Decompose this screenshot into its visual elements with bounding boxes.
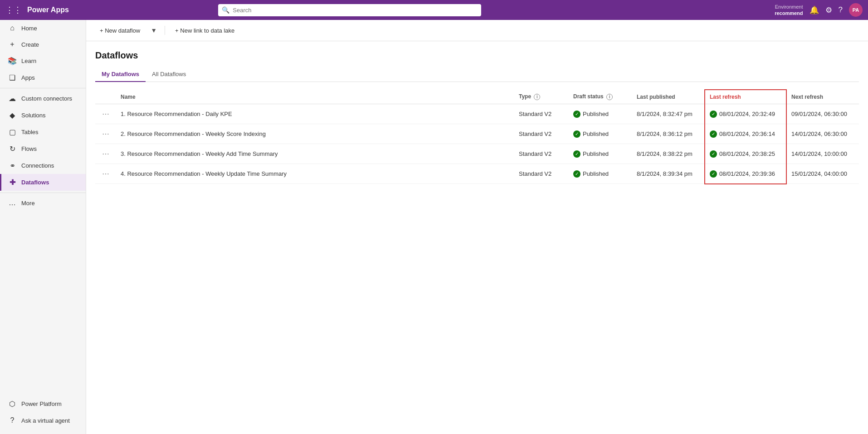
sidebar: ⌂ Home + Create 📚 Learn ❏ Apps ☁ Custom …	[0, 20, 86, 434]
next-refresh-value: 14/01/2024, 10:00:00	[791, 150, 847, 157]
row-menu-button[interactable]: ⋯	[100, 129, 112, 139]
sidebar-label-learn: Learn	[21, 58, 36, 64]
sidebar-label-solutions: Solutions	[21, 112, 45, 119]
sidebar-label-dataflows: Dataflows	[21, 179, 49, 186]
row-name-cell: 2. Resource Recommendation - Weekly Scor…	[116, 124, 514, 144]
next-refresh-value: 14/01/2024, 06:30:00	[791, 130, 847, 137]
last-refresh-badge: ✓ 08/01/2024, 20:38:25	[710, 150, 775, 158]
more-icon: …	[8, 199, 17, 207]
sidebar-item-connections[interactable]: ⚭ Connections	[0, 157, 86, 174]
search-input[interactable]	[218, 4, 481, 16]
tabs-container: My Dataflows All Dataflows	[95, 67, 859, 82]
body: ⌂ Home + Create 📚 Learn ❏ Apps ☁ Custom …	[0, 20, 868, 434]
avatar[interactable]: PA	[849, 3, 863, 17]
sidebar-item-apps[interactable]: ❏ Apps	[0, 69, 86, 86]
app-logo: Power Apps	[27, 6, 69, 14]
row-last-published-cell: 8/1/2024, 8:32:47 pm	[632, 104, 705, 124]
next-refresh-value: 15/01/2024, 04:00:00	[791, 170, 847, 177]
new-dataflow-label: + New dataflow	[100, 27, 140, 34]
draft-status-badge: ✓ Published	[573, 170, 609, 178]
row-last-refresh-cell: ✓ 08/01/2024, 20:39:36	[705, 164, 786, 184]
content-area: Dataflows My Dataflows All Dataflows Nam…	[86, 41, 868, 434]
row-name: 1. Resource Recommendation - Daily KPE	[121, 111, 232, 117]
table-header-row: Name Type i Draft status i Last publishe…	[95, 90, 859, 104]
row-type: Standard V2	[519, 170, 551, 177]
row-last-refresh-cell: ✓ 08/01/2024, 20:38:25	[705, 144, 786, 164]
sidebar-divider-2	[0, 193, 86, 193]
tab-my-dataflows[interactable]: My Dataflows	[95, 67, 146, 82]
sidebar-item-learn[interactable]: 📚 Learn	[0, 53, 86, 69]
draft-status-text: Published	[583, 130, 609, 137]
sidebar-item-home[interactable]: ⌂ Home	[0, 20, 86, 36]
sidebar-label-flows: Flows	[21, 145, 37, 152]
refresh-check-icon: ✓	[710, 170, 717, 178]
col-header-type: Type i	[514, 90, 569, 104]
row-next-refresh-cell: 09/01/2024, 06:30:00	[786, 104, 859, 124]
sidebar-item-tables[interactable]: ▢ Tables	[0, 124, 86, 140]
col-header-menu	[95, 90, 116, 104]
power-platform-icon: ⬡	[8, 400, 17, 408]
sidebar-item-custom-connectors[interactable]: ☁ Custom connectors	[0, 90, 86, 107]
col-header-last-published: Last published	[632, 90, 705, 104]
row-name-cell: 3. Resource Recommendation - Weekly Add …	[116, 144, 514, 164]
learn-icon: 📚	[8, 57, 17, 65]
row-menu-cell: ⋯	[95, 124, 116, 144]
draft-status-badge: ✓ Published	[573, 150, 609, 158]
refresh-check-icon: ✓	[710, 130, 717, 138]
sidebar-item-dataflows[interactable]: ✚ Dataflows	[0, 174, 86, 191]
draft-status-text: Published	[583, 170, 609, 177]
last-refresh-value: 08/01/2024, 20:36:14	[719, 130, 775, 137]
settings-button[interactable]: ⚙	[825, 5, 832, 15]
sidebar-label-create: Create	[21, 41, 39, 48]
sidebar-item-power-platform[interactable]: ⬡ Power Platform	[0, 395, 86, 412]
sidebar-item-ask-agent[interactable]: ? Ask a virtual agent	[0, 412, 86, 429]
sidebar-item-more[interactable]: … More	[0, 195, 86, 211]
grid-icon[interactable]: ⋮⋮	[5, 5, 22, 15]
draft-status-badge: ✓ Published	[573, 111, 609, 118]
status-check-icon: ✓	[573, 170, 580, 178]
type-info-icon[interactable]: i	[534, 94, 540, 100]
sidebar-item-flows[interactable]: ↻ Flows	[0, 140, 86, 157]
create-icon: +	[8, 40, 17, 48]
topbar: ⋮⋮ Power Apps 🔍 Environment recommend 🔔 …	[0, 0, 868, 20]
row-menu-button[interactable]: ⋯	[100, 169, 112, 179]
draft-status-text: Published	[583, 150, 609, 157]
toolbar-separator	[165, 26, 165, 35]
sidebar-label-ask-agent: Ask a virtual agent	[21, 417, 70, 424]
refresh-check-icon: ✓	[710, 150, 717, 158]
new-dataflow-dropdown-button[interactable]: ▼	[148, 24, 159, 36]
next-refresh-value: 09/01/2024, 06:30:00	[791, 111, 847, 117]
sidebar-label-home: Home	[21, 25, 37, 32]
col-header-name[interactable]: Name	[116, 90, 514, 104]
new-dataflow-button[interactable]: + New dataflow	[95, 25, 145, 36]
last-refresh-value: 08/01/2024, 20:32:49	[719, 111, 775, 117]
tab-all-dataflows[interactable]: All Dataflows	[146, 67, 192, 82]
last-refresh-badge: ✓ 08/01/2024, 20:32:49	[710, 111, 775, 118]
row-next-refresh-cell: 14/01/2024, 10:00:00	[786, 144, 859, 164]
ask-agent-icon: ?	[8, 416, 17, 424]
row-type: Standard V2	[519, 150, 551, 157]
sidebar-label-tables: Tables	[21, 129, 39, 135]
home-icon: ⌂	[8, 24, 17, 32]
solutions-icon: ◆	[8, 111, 17, 120]
sidebar-divider-1	[0, 88, 86, 88]
table-row: ⋯ 2. Resource Recommendation - Weekly Sc…	[95, 124, 859, 144]
row-type-cell: Standard V2	[514, 144, 569, 164]
sidebar-label-power-platform: Power Platform	[21, 400, 62, 407]
new-link-button[interactable]: + New link to data lake	[171, 25, 239, 36]
help-button[interactable]: ?	[839, 5, 843, 14]
table-body: ⋯ 1. Resource Recommendation - Daily KPE…	[95, 104, 859, 184]
last-published-value: 8/1/2024, 8:38:22 pm	[637, 150, 692, 157]
table-row: ⋯ 4. Resource Recommendation - Weekly Up…	[95, 164, 859, 184]
main-content: + New dataflow ▼ + New link to data lake…	[86, 20, 868, 434]
flows-icon: ↻	[8, 145, 17, 153]
row-menu-button[interactable]: ⋯	[100, 149, 112, 159]
sidebar-item-create[interactable]: + Create	[0, 36, 86, 53]
row-menu-button[interactable]: ⋯	[100, 109, 112, 119]
sidebar-item-solutions[interactable]: ◆ Solutions	[0, 107, 86, 124]
topbar-right: Environment recommend 🔔 ⚙ ? PA	[775, 3, 863, 17]
draft-info-icon[interactable]: i	[606, 94, 613, 100]
col-header-last-refresh: Last refresh	[705, 90, 786, 104]
notification-bell-button[interactable]: 🔔	[809, 5, 819, 15]
dataflows-table: Name Type i Draft status i Last publishe…	[95, 89, 859, 184]
